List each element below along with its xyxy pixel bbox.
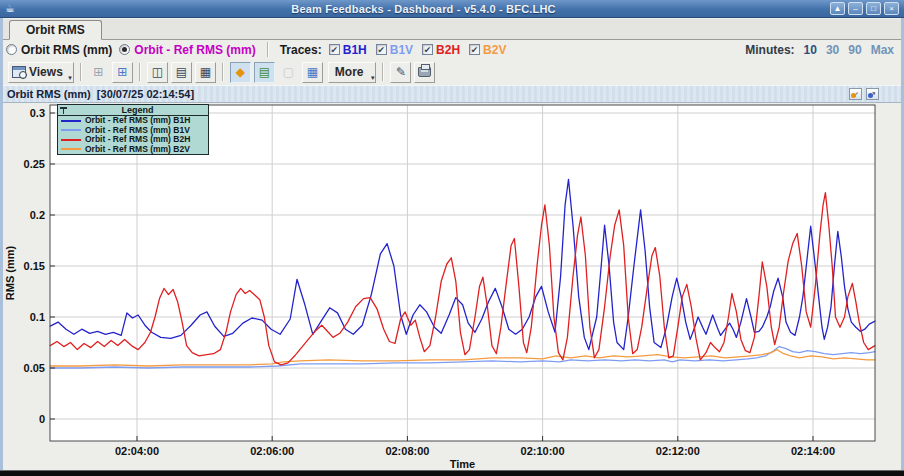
legend-toggle-icon: ▤ xyxy=(259,66,270,78)
data-table-view-icon: ▦ xyxy=(307,66,318,78)
views-icon xyxy=(12,66,26,78)
pencil-icon: ✎ xyxy=(396,66,406,78)
x-tick-label: 02:08:00 xyxy=(385,445,429,457)
trace-label: B1V xyxy=(390,43,413,57)
views-button-label: Views xyxy=(29,65,63,79)
chart-properties-toggle-button[interactable]: ◆ xyxy=(230,62,251,83)
plot-area[interactable] xyxy=(50,105,875,441)
radio-circle-icon xyxy=(6,44,17,55)
trace-checkbox-b2h[interactable]: ✔B2H xyxy=(422,43,460,57)
app-window: ☕ Beam Feedbacks - Dashboard - v5.4.0 - … xyxy=(0,0,904,476)
legend-swatch-b1h xyxy=(61,120,81,122)
legend-swatch-b1v xyxy=(61,129,81,131)
split-horizontal-button[interactable]: ▤ xyxy=(171,62,192,83)
separator xyxy=(80,63,82,81)
y-tick-label: 0.15 xyxy=(24,260,45,272)
x-tick-label: 02:14:00 xyxy=(791,445,835,457)
window-maximize-button[interactable]: □ xyxy=(866,2,881,15)
dropdown-caret-icon: ▾ xyxy=(68,74,72,82)
minutes-option-90[interactable]: 90 xyxy=(848,43,861,57)
x-axis-title: Time xyxy=(450,458,475,470)
radio-orbit-ref-rms[interactable]: Orbit - Ref RMS (mm) xyxy=(119,43,255,57)
grid-view-disabled-button: ▢ xyxy=(278,62,299,83)
legend-rows: Orbit - Ref RMS (mm) B1HOrbit - Ref RMS … xyxy=(58,116,208,154)
layout-multi-view-button[interactable]: ⊞ xyxy=(112,62,133,83)
separator xyxy=(267,42,269,57)
chart-undock-icon[interactable]: ↙ xyxy=(849,88,862,100)
window-shade-button[interactable]: ▲ xyxy=(830,2,845,15)
minutes-option-10[interactable]: 10 xyxy=(804,43,817,57)
y-tick-label: 0.05 xyxy=(24,362,45,374)
legend-series-name: Orbit - Ref RMS (mm) B2V xyxy=(85,145,190,154)
radio-orbit-rms[interactable]: Orbit RMS (mm) xyxy=(6,43,112,57)
print-button[interactable] xyxy=(414,62,435,83)
minutes-options: 103090Max xyxy=(804,43,894,57)
radio-orbit-ref-rms-label: Orbit - Ref RMS (mm) xyxy=(134,43,255,57)
chart-legend[interactable]: Legend Orbit - Ref RMS (mm) B1HOrbit - R… xyxy=(57,104,209,155)
minutes-selector: Minutes: 103090Max xyxy=(745,43,894,57)
legend-toggle-button[interactable]: ▤ xyxy=(254,62,275,83)
legend-item-b2v[interactable]: Orbit - Ref RMS (mm) B2V xyxy=(58,145,208,155)
split-vertical-button[interactable]: ◫ xyxy=(147,62,168,83)
pin-icon xyxy=(60,107,67,114)
chart-panel-header: Orbit RMS (mm) [30/07/25 02:14:54] ↙↗ xyxy=(3,85,901,103)
printer-icon xyxy=(418,67,431,77)
trace-checkbox-b2v[interactable]: ✔B2V xyxy=(469,43,506,57)
chart-panel-title: Orbit RMS (mm) [30/07/25 02:14:54] xyxy=(7,88,194,100)
tab-orbit-rms[interactable]: Orbit RMS xyxy=(9,20,102,40)
traces-label: Traces: xyxy=(280,43,322,57)
window-titlebar[interactable]: ☕ Beam Feedbacks - Dashboard - v5.4.0 - … xyxy=(0,0,904,18)
window-buttons: ▲–□× xyxy=(830,2,899,15)
checkbox-check-icon: ✔ xyxy=(376,44,387,55)
legend-series-name: Orbit - Ref RMS (mm) B2H xyxy=(85,135,190,144)
dropdown-caret-icon: ▾ xyxy=(371,74,375,82)
window-bottom-edge xyxy=(0,470,904,476)
y-tick-label: 0.2 xyxy=(30,209,45,221)
trace-checkbox-b1v[interactable]: ✔B1V xyxy=(376,43,413,57)
x-tick-label: 02:12:00 xyxy=(656,445,700,457)
window-close-button[interactable]: × xyxy=(884,2,899,15)
trace-label: B1H xyxy=(343,43,367,57)
y-axis-title: RMS (mm) xyxy=(4,245,16,300)
minutes-option-30[interactable]: 30 xyxy=(826,43,839,57)
grid-view-disabled-icon: ▢ xyxy=(283,66,294,78)
chart-timestamp: [30/07/25 02:14:54] xyxy=(97,88,194,100)
trace-label: B2V xyxy=(483,43,506,57)
checkbox-check-icon: ✔ xyxy=(469,44,480,55)
legend-series-name: Orbit - Ref RMS (mm) B1H xyxy=(85,116,190,125)
legend-title: Legend xyxy=(67,105,208,116)
data-table-view-button[interactable]: ▦ xyxy=(302,62,323,83)
more-button-label: More xyxy=(335,65,364,79)
minutes-label: Minutes: xyxy=(745,43,794,57)
minutes-option-max[interactable]: Max xyxy=(871,43,894,57)
y-tick-label: 0.1 xyxy=(30,311,45,323)
x-tick-label: 02:04:00 xyxy=(115,445,159,457)
export-chart-button[interactable]: ✎ xyxy=(390,62,411,83)
tab-bar: Orbit RMS xyxy=(3,19,901,40)
legend-swatch-b2h xyxy=(61,139,81,141)
separator xyxy=(139,63,141,81)
trace-checkbox-b1h[interactable]: ✔B1H xyxy=(329,43,367,57)
y-tick-label: 0 xyxy=(39,413,45,425)
radio-orbit-rms-label: Orbit RMS (mm) xyxy=(21,43,112,57)
split-grid-icon: ▦ xyxy=(200,66,211,78)
chart-detach-icon[interactable]: ↗ xyxy=(866,88,879,100)
legend-swatch-b2v xyxy=(61,148,81,150)
layout-single-view-icon: ⊞ xyxy=(93,66,103,78)
split-grid-button[interactable]: ▦ xyxy=(195,62,216,83)
split-vertical-icon: ◫ xyxy=(152,66,163,78)
more-button[interactable]: More ▾ xyxy=(328,62,377,83)
layout-multi-view-icon: ⊞ xyxy=(117,66,127,78)
trace-checkboxes: ✔B1H✔B1V✔B2H✔B2V xyxy=(329,43,516,57)
x-tick-label: 02:06:00 xyxy=(250,445,294,457)
checkbox-check-icon: ✔ xyxy=(422,44,433,55)
separator xyxy=(222,63,224,81)
rms-time-chart[interactable]: 00.050.10.150.20.250.302:04:0002:06:0002… xyxy=(0,103,904,470)
chart-properties-toggle-icon: ◆ xyxy=(236,66,245,78)
y-tick-label: 0.25 xyxy=(24,158,45,170)
chart-header-icons: ↙↗ xyxy=(849,88,879,100)
toolbar: Views ▾ ⊞⊞◫▤▦◆▤▢▦ More ▾ ✎ xyxy=(8,60,898,84)
views-button[interactable]: Views ▾ xyxy=(8,62,74,83)
layout-single-view-button[interactable]: ⊞ xyxy=(88,62,109,83)
window-minimize-button[interactable]: – xyxy=(848,2,863,15)
